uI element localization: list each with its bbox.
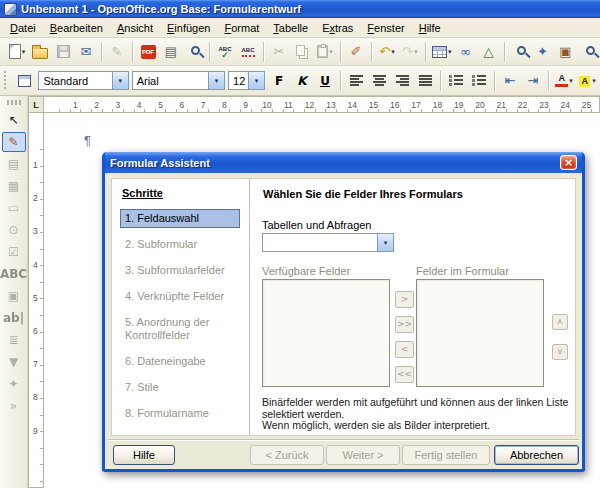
toolbar-separator	[548, 71, 549, 91]
align-center-icon	[373, 75, 386, 86]
ruler-number: 20	[475, 100, 484, 110]
styles-window-button[interactable]	[13, 70, 35, 92]
hyperlink-button[interactable]: ∞	[455, 41, 477, 63]
standard-toolbar-items: ▾✉✎▤✂▾✐↶▾↷▾▾∞△✦▣»	[6, 41, 600, 63]
align-center-button[interactable]	[368, 70, 390, 92]
ruler-number: 18	[433, 100, 442, 110]
design-mode-button[interactable]: ✎	[2, 132, 26, 152]
highlighting-button[interactable]: ▾	[576, 70, 598, 92]
dialog-body: Schritte 1. Feldauswahl2. Subformular3. …	[105, 173, 582, 469]
next-button: Weiter >	[326, 445, 400, 465]
format-paintbrush-icon: ✐	[351, 45, 362, 58]
justify-button[interactable]	[414, 70, 436, 92]
font-size-combo[interactable]: 12 ▾	[228, 71, 265, 90]
dropdown-arrow-icon: ▾	[592, 77, 596, 85]
insert-table-icon	[432, 46, 447, 58]
insert-table-button[interactable]: ▾	[430, 41, 454, 63]
font-color-icon	[555, 74, 568, 87]
copy-icon	[296, 45, 305, 56]
gallery-button[interactable]: ▣	[555, 41, 577, 63]
title-bar[interactable]: Unbenannt 1 - OpenOffice.org Base: Formu…	[0, 0, 600, 18]
toolbar-grip[interactable]	[7, 100, 21, 105]
underline-button[interactable]: U	[314, 70, 336, 92]
menu-datei[interactable]: Datei	[3, 20, 43, 36]
ruler-number: 5	[158, 100, 163, 110]
undo-button[interactable]: ↶▾	[376, 41, 398, 63]
underline-icon: U	[320, 75, 330, 87]
menu-einfuegen[interactable]: Einfügen	[160, 20, 217, 36]
find-replace-button[interactable]	[509, 41, 531, 63]
menu-extras[interactable]: Extras	[315, 20, 360, 36]
align-right-button[interactable]	[391, 70, 413, 92]
toolbar-separator	[340, 42, 341, 62]
draw-functions-button[interactable]: △	[478, 41, 500, 63]
ruler-number: 6	[179, 100, 184, 110]
increase-indent-button[interactable]: ⇥	[522, 70, 544, 92]
export-pdf-button[interactable]	[137, 41, 159, 63]
menu-hilfe[interactable]: Hilfe	[412, 20, 448, 36]
ruler-number: 11	[284, 100, 293, 110]
zoom-button[interactable]	[578, 41, 600, 63]
window-title: Unbenannt 1 - OpenOffice.org Base: Formu…	[21, 3, 301, 15]
menu-ansicht[interactable]: Ansicht	[110, 20, 160, 36]
new-document-button[interactable]: ▾	[6, 41, 28, 63]
horizontal-ruler[interactable]: 1234567891011121314151617181920212223242…	[44, 96, 600, 113]
select-button[interactable]: ↖	[2, 110, 26, 130]
format-paintbrush-button[interactable]: ✐	[345, 41, 367, 63]
numbered-list-button[interactable]	[445, 70, 467, 92]
list-box-icon: ≣	[8, 334, 18, 346]
toolbar-separator	[440, 71, 441, 91]
application-window: Unbenannt 1 - OpenOffice.org Base: Formu…	[0, 0, 600, 488]
ruler-number: 10	[262, 100, 271, 110]
redo-icon: ↷	[402, 45, 413, 58]
ruler-number: 13	[326, 100, 335, 110]
menu-bearbeiten[interactable]: Bearbeiten	[43, 20, 110, 36]
dialog-close-button[interactable]: ×	[560, 155, 577, 170]
cancel-button[interactable]: Abbrechen	[494, 445, 579, 465]
menu-format[interactable]: Format	[217, 20, 266, 36]
bullet-list-button[interactable]	[468, 70, 490, 92]
dropdown-arrow-icon: ▾	[569, 77, 573, 85]
navigator-button[interactable]: ✦	[532, 41, 554, 63]
dropdown-arrow-icon[interactable]: ▾	[248, 72, 264, 89]
align-left-button[interactable]	[345, 70, 367, 92]
print-button[interactable]: ▤	[160, 41, 182, 63]
dropdown-arrow-icon[interactable]: ▾	[112, 72, 128, 89]
dropdown-arrow-icon: ▾	[448, 48, 452, 56]
bold-button[interactable]: F	[268, 70, 290, 92]
font-color-button[interactable]: ▾	[553, 70, 575, 92]
tab-stop-selector[interactable]: L	[28, 96, 44, 113]
italic-button[interactable]: K	[291, 70, 313, 92]
auto-spellcheck-button[interactable]	[237, 41, 259, 63]
justify-icon	[419, 75, 432, 86]
toolbar-grip[interactable]	[4, 71, 6, 91]
vertical-ruler[interactable]: 123456789	[28, 113, 44, 488]
new-document-icon	[9, 44, 21, 59]
close-icon: ×	[564, 157, 573, 168]
styles-window-icon	[18, 75, 31, 87]
ruler-number: 3	[33, 226, 38, 236]
font-name-combo[interactable]: Arial ▾	[132, 71, 225, 90]
menu-tabelle[interactable]: Tabelle	[266, 20, 315, 36]
more-controls-icon: »	[10, 400, 17, 412]
open-button[interactable]	[29, 41, 51, 63]
form-navigator-button: ✦	[2, 374, 26, 394]
dropdown-arrow-icon[interactable]: ▾	[208, 72, 224, 89]
text-box-icon: ab|	[3, 312, 24, 324]
auto-spellcheck-icon	[242, 47, 255, 57]
ruler-number: 5	[33, 293, 38, 303]
ruler-number: 8	[222, 100, 227, 110]
toolbar-separator	[209, 42, 210, 62]
send-email-button[interactable]: ✉	[75, 41, 97, 63]
text-box-button: ab|	[2, 308, 26, 328]
spellcheck-button[interactable]	[214, 41, 236, 63]
ruler-number: 9	[33, 426, 38, 436]
toolbar-separator	[340, 71, 341, 91]
page-preview-button[interactable]	[183, 41, 205, 63]
decrease-indent-button[interactable]: ⇤	[499, 70, 521, 92]
menu-fenster[interactable]: Fenster	[360, 20, 411, 36]
paragraph-style-combo[interactable]: Standard ▾	[38, 71, 128, 90]
dialog-title-bar[interactable]: Formular Assistent ×	[105, 152, 582, 173]
help-button[interactable]: Hilfe	[113, 445, 175, 465]
standard-toolbar: ▾✉✎▤✂▾✐↶▾↷▾▾∞△✦▣»	[0, 38, 600, 66]
